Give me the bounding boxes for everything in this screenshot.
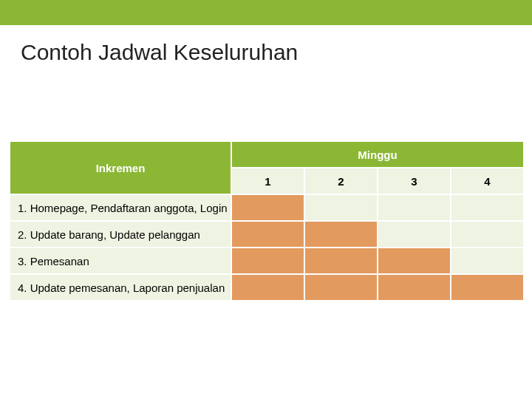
table-row: 1. Homepage, Pendaftaran anggota, Login: [10, 194, 524, 221]
header-row-1: Inkremen Minggu: [10, 141, 524, 168]
cell: [231, 248, 304, 274]
cell: [304, 274, 378, 301]
header-week-2: 2: [304, 168, 378, 194]
table-row: 2. Update barang, Update pelanggan: [10, 221, 524, 248]
cell: [304, 194, 378, 221]
header-week-1: 1: [231, 168, 304, 194]
row-label: 4. Update pemesanan, Laporan penjualan: [10, 274, 231, 301]
cell: [231, 194, 304, 221]
cell: [451, 274, 524, 301]
cell: [304, 248, 378, 274]
table-row: 3. Pemesanan: [10, 248, 524, 274]
row-label: 2. Update barang, Update pelanggan: [10, 221, 231, 248]
cell: [378, 248, 451, 274]
accent-bar: [0, 0, 532, 25]
cell: [304, 221, 378, 248]
cell: [378, 274, 451, 301]
schedule-table: Inkremen Minggu 1 2 3 4 1. Homepage, Pen…: [9, 140, 525, 301]
cell: [451, 194, 524, 221]
cell: [451, 221, 524, 248]
header-increment: Inkremen: [10, 141, 231, 194]
header-week-3: 3: [378, 168, 451, 194]
schedule-table-wrap: Inkremen Minggu 1 2 3 4 1. Homepage, Pen…: [9, 140, 523, 301]
schedule-body: 1. Homepage, Pendaftaran anggota, Login …: [10, 194, 524, 301]
cell: [378, 194, 451, 221]
cell: [451, 248, 524, 274]
page-title: Contoh Jadwal Keseluruhan: [0, 25, 532, 65]
cell: [231, 274, 304, 301]
row-label: 1. Homepage, Pendaftaran anggota, Login: [10, 194, 231, 221]
cell: [378, 221, 451, 248]
header-week: Minggu: [231, 141, 524, 168]
cell: [231, 221, 304, 248]
row-label: 3. Pemesanan: [10, 248, 231, 274]
header-week-4: 4: [451, 168, 524, 194]
slide: Contoh Jadwal Keseluruhan Inkremen Mingg…: [0, 0, 532, 399]
table-row: 4. Update pemesanan, Laporan penjualan: [10, 274, 524, 301]
